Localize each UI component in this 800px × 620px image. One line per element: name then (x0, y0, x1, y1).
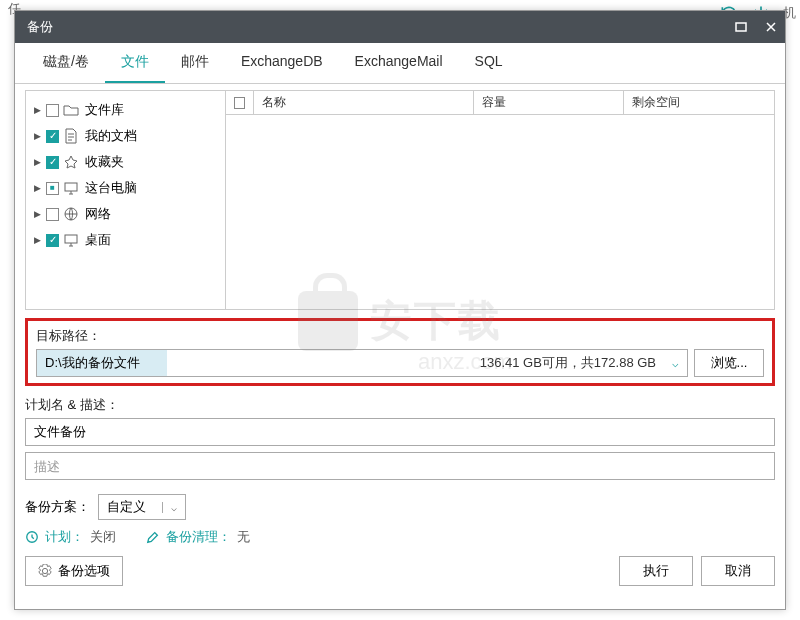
backup-dialog: 备份 磁盘/卷 文件 邮件 ExchangeDB ExchangeMail SQ… (14, 10, 786, 610)
plan-name-input[interactable] (25, 418, 775, 446)
tree-label: 网络 (85, 205, 111, 223)
document-icon (63, 128, 79, 144)
clock-icon (25, 530, 39, 544)
tree-item-desktop[interactable]: ▶ 桌面 (30, 227, 221, 253)
tab-exchangedb[interactable]: ExchangeDB (225, 43, 339, 83)
checkbox[interactable] (46, 130, 59, 143)
svg-rect-3 (65, 235, 77, 243)
folder-icon (63, 102, 79, 118)
footer: 备份选项 执行 取消 (25, 556, 775, 586)
monitor-icon (63, 180, 79, 196)
tab-mail[interactable]: 邮件 (165, 43, 225, 83)
globe-icon (63, 206, 79, 222)
backup-options-button[interactable]: 备份选项 (25, 556, 123, 586)
tree-label: 文件库 (85, 101, 124, 119)
monitor-icon (63, 232, 79, 248)
maximize-icon[interactable] (735, 21, 747, 33)
plan-status-link[interactable]: 计划： 关闭 (25, 528, 116, 546)
title-bar: 备份 (15, 11, 785, 43)
tab-file[interactable]: 文件 (105, 43, 165, 83)
source-panel: ▶ 文件库 ▶ 我的文档 ▶ 收藏夹 ▶ (25, 90, 775, 310)
tree-item-library[interactable]: ▶ 文件库 (30, 97, 221, 123)
tab-bar: 磁盘/卷 文件 邮件 ExchangeDB ExchangeMail SQL (15, 43, 785, 84)
tab-disk[interactable]: 磁盘/卷 (27, 43, 105, 83)
tree-label: 桌面 (85, 231, 111, 249)
list-header-checkbox[interactable] (226, 91, 254, 114)
scheme-select[interactable]: 自定义 ⌵ (98, 494, 186, 520)
list-header: 名称 容量 剩余空间 (226, 91, 774, 115)
tree-item-favorites[interactable]: ▶ 收藏夹 (30, 149, 221, 175)
plan-desc-input[interactable] (25, 452, 775, 480)
file-list: 名称 容量 剩余空间 (226, 91, 774, 309)
scheme-label: 备份方案： (25, 498, 90, 516)
tree-label: 这台电脑 (85, 179, 137, 197)
svg-rect-1 (65, 183, 77, 191)
gear-icon (38, 564, 52, 578)
checkbox[interactable] (46, 182, 59, 195)
chevron-down-icon: ⌵ (672, 357, 679, 370)
browse-button[interactable]: 浏览... (694, 349, 764, 377)
source-tree: ▶ 文件库 ▶ 我的文档 ▶ 收藏夹 ▶ (26, 91, 226, 309)
scheme-row: 备份方案： 自定义 ⌵ (25, 494, 775, 520)
target-label: 目标路径： (36, 327, 764, 345)
execute-button[interactable]: 执行 (619, 556, 693, 586)
close-icon[interactable] (765, 21, 777, 33)
tree-item-network[interactable]: ▶ 网络 (30, 201, 221, 227)
list-header-name[interactable]: 名称 (254, 91, 474, 114)
dialog-title: 备份 (27, 18, 735, 36)
star-icon (63, 154, 79, 170)
tree-label: 收藏夹 (85, 153, 124, 171)
cancel-button[interactable]: 取消 (701, 556, 775, 586)
expander-icon[interactable]: ▶ (32, 183, 42, 193)
svg-rect-0 (736, 23, 746, 31)
status-row: 计划： 关闭 备份清理： 无 (25, 528, 775, 546)
checkbox[interactable] (46, 208, 59, 221)
target-path-select[interactable]: D:\我的备份文件 136.41 GB可用，共172.88 GB ⌵ (36, 349, 688, 377)
expander-icon[interactable]: ▶ (32, 209, 42, 219)
tree-label: 我的文档 (85, 127, 137, 145)
expander-icon[interactable]: ▶ (32, 131, 42, 141)
checkbox[interactable] (46, 234, 59, 247)
expander-icon[interactable]: ▶ (32, 235, 42, 245)
plan-section: 计划名 & 描述： (25, 396, 775, 486)
expander-icon[interactable]: ▶ (32, 105, 42, 115)
checkbox[interactable] (46, 156, 59, 169)
plan-label: 计划名 & 描述： (25, 396, 775, 414)
brush-icon (146, 530, 160, 544)
list-header-free[interactable]: 剩余空间 (624, 91, 774, 114)
target-path-section: 目标路径： D:\我的备份文件 136.41 GB可用，共172.88 GB ⌵… (25, 318, 775, 386)
target-space-info: 136.41 GB可用，共172.88 GB (480, 354, 656, 372)
tab-sql[interactable]: SQL (459, 43, 519, 83)
tab-exchangemail[interactable]: ExchangeMail (339, 43, 459, 83)
scheme-value: 自定义 (107, 498, 146, 516)
clean-status-link[interactable]: 备份清理： 无 (146, 528, 250, 546)
chevron-down-icon: ⌵ (162, 502, 177, 513)
list-header-capacity[interactable]: 容量 (474, 91, 624, 114)
expander-icon[interactable]: ▶ (32, 157, 42, 167)
tree-item-documents[interactable]: ▶ 我的文档 (30, 123, 221, 149)
target-path-value: D:\我的备份文件 (45, 354, 480, 372)
checkbox[interactable] (46, 104, 59, 117)
tree-item-thispc[interactable]: ▶ 这台电脑 (30, 175, 221, 201)
